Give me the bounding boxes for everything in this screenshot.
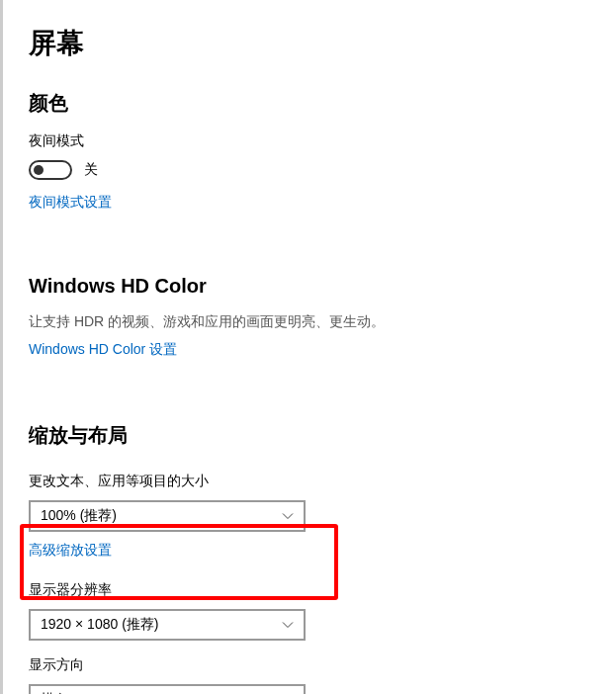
resolution-select-value: 1920 × 1080 (推荐) xyxy=(41,616,158,634)
hdcolor-settings-link[interactable]: Windows HD Color 设置 xyxy=(29,341,177,359)
night-light-label: 夜间模式 xyxy=(29,132,616,150)
resolution-label: 显示器分辨率 xyxy=(29,581,616,599)
page-title: 屏幕 xyxy=(29,25,616,62)
orientation-select[interactable]: 横向 xyxy=(29,684,306,694)
night-light-toggle[interactable] xyxy=(29,160,72,180)
hdcolor-description: 让支持 HDR 的视频、游戏和应用的画面更明亮、更生动。 xyxy=(29,313,616,331)
night-light-settings-link[interactable]: 夜间模式设置 xyxy=(29,194,112,212)
scale-label: 更改文本、应用等项目的大小 xyxy=(29,473,616,490)
section-color-heading: 颜色 xyxy=(29,90,616,117)
section-hdcolor-heading: Windows HD Color xyxy=(29,275,616,298)
section-scale-heading: 缩放与布局 xyxy=(29,422,616,449)
chevron-down-icon xyxy=(282,619,294,631)
toggle-knob xyxy=(34,165,44,175)
scale-select-value: 100% (推荐) xyxy=(41,507,117,525)
night-light-state: 关 xyxy=(84,161,98,179)
chevron-down-icon xyxy=(282,510,294,522)
resolution-select[interactable]: 1920 × 1080 (推荐) xyxy=(29,609,306,641)
orientation-label: 显示方向 xyxy=(29,656,616,674)
advanced-scale-link[interactable]: 高级缩放设置 xyxy=(29,542,112,560)
scale-select[interactable]: 100% (推荐) xyxy=(29,500,306,532)
